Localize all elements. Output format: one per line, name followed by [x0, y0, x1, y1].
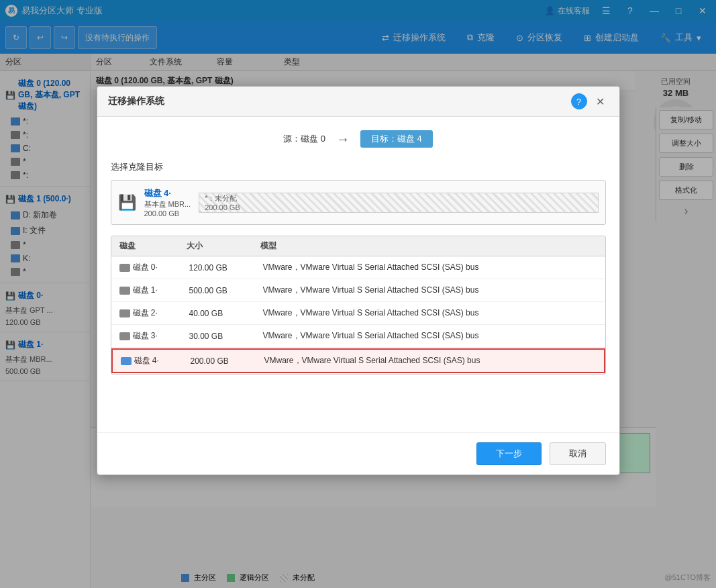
disk-row-name: 磁盘 2· — [133, 307, 189, 319]
disk-row-size: 40.00 GB — [189, 309, 263, 318]
preview-disk-name: 磁盘 4· — [144, 187, 191, 199]
disk-preview-info: 磁盘 4· 基本盘 MBR... 200.00 GB — [144, 187, 191, 217]
cancel-button[interactable]: 取消 — [550, 442, 606, 465]
disk-row-model: VMware，VMware Virtual S Serial Attached … — [263, 307, 597, 319]
disk-row-name: 磁盘 0· — [133, 262, 189, 273]
disk-row-name: 磁盘 4· — [134, 355, 191, 366]
disk-row-model: VMware，VMware Virtual S Serial Attached … — [263, 262, 597, 273]
disk-row-size: 200.00 GB — [191, 356, 264, 366]
disk-row-name: 磁盘 3· — [133, 330, 189, 342]
arrow-icon: → — [336, 132, 350, 147]
disk-row-4[interactable]: 磁盘 4·200.00 GBVMware，VMware Virtual S Se… — [111, 348, 605, 373]
disk-row-size: 30.00 GB — [189, 332, 263, 341]
disk-row-size: 500.00 GB — [189, 286, 263, 295]
disk-row-size: 120.00 GB — [189, 263, 263, 273]
disk-row-name: 磁盘 1· — [133, 285, 189, 296]
disk-row-icon — [119, 309, 130, 317]
disk-row-model: VMware，VMware Virtual S Serial Attached … — [263, 285, 597, 296]
disk-table-header: 磁盘 大小 模型 — [111, 236, 605, 256]
preview-disk-sub: 基本盘 MBR... — [144, 199, 191, 209]
target-badge: 目标：磁盘 4 — [360, 130, 433, 148]
dialog-close-button[interactable]: ✕ — [593, 93, 609, 109]
disk-row-1[interactable]: 磁盘 1·500.00 GBVMware，VMware Virtual S Se… — [111, 279, 605, 302]
dialog-overlay: 迁移操作系统 ? ✕ 源：磁盘 0 → 目标：磁盘 4 选择克隆目标 💾 磁盘 … — [0, 0, 716, 588]
disk-row-3[interactable]: 磁盘 3·30.00 GBVMware，VMware Virtual S Ser… — [111, 325, 605, 348]
dialog-footer: 下一步 取消 — [97, 432, 619, 475]
unallocated-label: *：未分配 200.00 GB — [205, 193, 240, 212]
next-button[interactable]: 下一步 — [476, 442, 542, 465]
source-label: 源：磁盘 0 — [283, 133, 325, 145]
disk-row-model: VMware，VMware Virtual S Serial Attached … — [264, 355, 596, 366]
disk-selection-table: 磁盘 大小 模型 磁盘 0·120.00 GBVMware，VMware Vir… — [111, 236, 606, 375]
disk-preview-icon: 💾 — [118, 194, 136, 211]
dialog-title: 迁移操作系统 — [108, 95, 571, 107]
source-target-row: 源：磁盘 0 → 目标：磁盘 4 — [111, 130, 606, 148]
disk-row-0[interactable]: 磁盘 0·120.00 GBVMware，VMware Virtual S Se… — [111, 256, 605, 279]
dialog-title-bar: 迁移操作系统 ? ✕ — [97, 87, 619, 117]
disk-row-2[interactable]: 磁盘 2·40.00 GBVMware，VMware Virtual S Ser… — [111, 302, 605, 325]
disk-row-icon — [121, 357, 132, 365]
select-target-label: 选择克隆目标 — [111, 161, 606, 173]
preview-disk-size: 200.00 GB — [144, 209, 191, 217]
disk-row-icon — [119, 264, 130, 272]
selected-disk-preview: 💾 磁盘 4· 基本盘 MBR... 200.00 GB *：未分配 200.0… — [111, 180, 606, 225]
migrate-dialog: 迁移操作系统 ? ✕ 源：磁盘 0 → 目标：磁盘 4 选择克隆目标 💾 磁盘 … — [97, 86, 620, 475]
dialog-body: 源：磁盘 0 → 目标：磁盘 4 选择克隆目标 💾 磁盘 4· 基本盘 MBR.… — [97, 117, 619, 432]
disk-rows-container: 磁盘 0·120.00 GBVMware，VMware Virtual S Se… — [111, 256, 605, 373]
disk-preview-bar: *：未分配 200.00 GB — [199, 193, 598, 213]
disk-row-icon — [119, 332, 130, 340]
dialog-help-button[interactable]: ? — [571, 93, 587, 109]
disk-row-model: VMware，VMware Virtual S Serial Attached … — [263, 330, 597, 342]
disk-row-icon — [119, 287, 130, 295]
